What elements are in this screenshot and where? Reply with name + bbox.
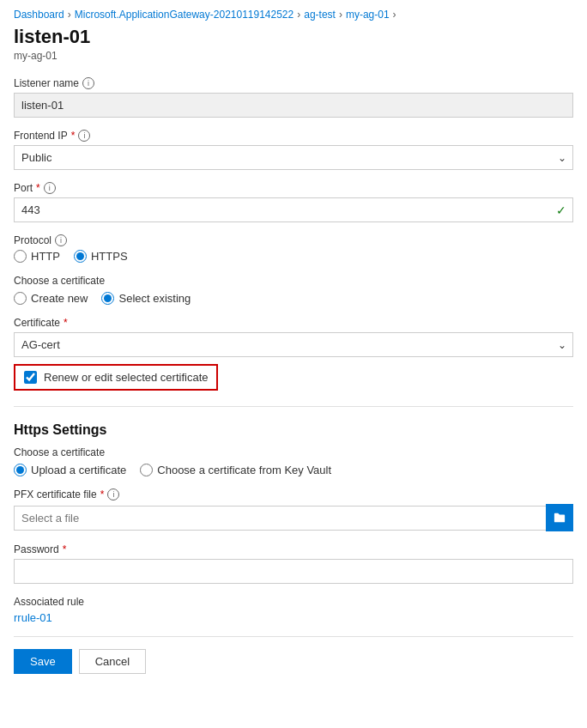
- pfx-required: *: [100, 488, 105, 500]
- breadcrumb-dashboard[interactable]: Dashboard: [14, 9, 64, 21]
- breadcrumb-sep-4: ›: [393, 9, 396, 21]
- protocol-radio-group: HTTP HTTPS: [14, 250, 573, 263]
- port-input[interactable]: [14, 197, 573, 222]
- https-cert-radio-group: Upload a certificate Choose a certificat…: [14, 464, 573, 476]
- protocol-http-item[interactable]: HTTP: [14, 250, 60, 263]
- https-settings-heading: Https Settings: [14, 422, 573, 438]
- section-divider-1: [14, 406, 573, 407]
- breadcrumb-my-ag-01[interactable]: my-ag-01: [346, 9, 390, 21]
- password-required: *: [63, 543, 67, 555]
- protocol-https-label: HTTPS: [91, 250, 128, 263]
- frontend-ip-section: Frontend IP * i Public Private ⌄: [14, 130, 573, 170]
- choose-cert-section: Choose a certificate Create new Select e…: [14, 275, 573, 305]
- frontend-ip-label: Frontend IP * i: [14, 130, 573, 142]
- key-vault-item[interactable]: Choose a certificate from Key Vault: [140, 464, 331, 476]
- frontend-ip-info-icon[interactable]: i: [78, 130, 90, 142]
- port-info-icon[interactable]: i: [44, 182, 56, 194]
- associated-rule-label: Associated rule: [14, 596, 573, 608]
- port-required: *: [36, 182, 40, 194]
- certificate-wrapper: AG-cert ⌄: [14, 332, 573, 357]
- listener-name-section: Listener name i: [14, 77, 573, 118]
- key-vault-label: Choose a certificate from Key Vault: [157, 464, 331, 476]
- password-label: Password *: [14, 543, 573, 555]
- bottom-divider: [14, 636, 573, 637]
- password-input[interactable]: [14, 559, 573, 584]
- cancel-button[interactable]: Cancel: [79, 649, 146, 674]
- key-vault-radio[interactable]: [140, 464, 153, 476]
- breadcrumb-ag-test[interactable]: ag-test: [304, 9, 336, 21]
- select-existing-item[interactable]: Select existing: [101, 292, 191, 305]
- renew-edit-row[interactable]: Renew or edit selected certificate: [14, 364, 218, 391]
- protocol-info-icon[interactable]: i: [55, 234, 67, 246]
- choose-cert-label: Choose a certificate: [14, 275, 573, 287]
- upload-cert-radio[interactable]: [14, 464, 27, 476]
- listener-name-info-icon[interactable]: i: [82, 77, 94, 89]
- protocol-https-item[interactable]: HTTPS: [74, 250, 128, 263]
- upload-cert-label: Upload a certificate: [31, 464, 126, 476]
- password-section: Password *: [14, 543, 573, 584]
- save-button[interactable]: Save: [14, 649, 72, 674]
- port-section: Port * i ✓: [14, 182, 573, 222]
- pfx-section: PFX certificate file * i: [14, 488, 573, 531]
- pfx-file-input[interactable]: [14, 506, 546, 531]
- associated-rule-section: Associated rule rrule-01: [14, 596, 573, 624]
- certificate-required: *: [64, 317, 68, 329]
- https-choose-cert-label: Choose a certificate: [14, 446, 573, 458]
- select-existing-radio[interactable]: [101, 292, 114, 305]
- frontend-ip-select[interactable]: Public Private: [14, 145, 573, 170]
- folder-icon: [554, 511, 566, 525]
- certificate-select[interactable]: AG-cert: [14, 332, 573, 357]
- page-title: listen-01: [14, 26, 573, 48]
- protocol-http-label: HTTP: [31, 250, 60, 263]
- breadcrumb-sep-3: ›: [339, 9, 342, 21]
- protocol-http-radio[interactable]: [14, 250, 27, 263]
- listener-name-label: Listener name i: [14, 77, 573, 89]
- listener-name-input: [14, 93, 573, 118]
- action-buttons: Save Cancel: [14, 649, 573, 674]
- frontend-ip-required: *: [71, 130, 76, 142]
- certificate-label: Certificate *: [14, 317, 573, 329]
- port-label: Port * i: [14, 182, 573, 194]
- protocol-section: Protocol i HTTP HTTPS: [14, 234, 573, 263]
- breadcrumb-gateway[interactable]: Microsoft.ApplicationGateway-20210119142…: [75, 9, 294, 21]
- port-check-icon: ✓: [556, 203, 566, 217]
- upload-cert-item[interactable]: Upload a certificate: [14, 464, 126, 476]
- renew-edit-checkbox[interactable]: [24, 371, 37, 384]
- pfx-label: PFX certificate file * i: [14, 488, 573, 500]
- certificate-section: Certificate * AG-cert ⌄ Renew or edit se…: [14, 317, 573, 391]
- cert-choice-radio-group: Create new Select existing: [14, 292, 573, 305]
- associated-rule-link[interactable]: rrule-01: [14, 611, 52, 624]
- protocol-https-radio[interactable]: [74, 250, 87, 263]
- breadcrumb-sep-2: ›: [297, 9, 300, 21]
- breadcrumb-sep-1: ›: [68, 9, 71, 21]
- create-new-radio[interactable]: [14, 292, 27, 305]
- page-subtitle: my-ag-01: [14, 50, 573, 62]
- select-existing-label: Select existing: [118, 292, 191, 305]
- create-new-item[interactable]: Create new: [14, 292, 88, 305]
- frontend-ip-wrapper: Public Private ⌄: [14, 145, 573, 170]
- pfx-info-icon[interactable]: i: [107, 488, 119, 500]
- pfx-file-wrapper: [14, 504, 573, 531]
- breadcrumb: Dashboard › Microsoft.ApplicationGateway…: [14, 9, 573, 21]
- pfx-file-button[interactable]: [546, 504, 573, 531]
- https-settings-section: Https Settings Choose a certificate Uplo…: [14, 422, 573, 476]
- main-page: Dashboard › Microsoft.ApplicationGateway…: [0, 0, 587, 691]
- create-new-label: Create new: [31, 292, 88, 305]
- protocol-label: Protocol i: [14, 234, 573, 246]
- renew-edit-label: Renew or edit selected certificate: [44, 371, 208, 384]
- port-wrapper: ✓: [14, 197, 573, 222]
